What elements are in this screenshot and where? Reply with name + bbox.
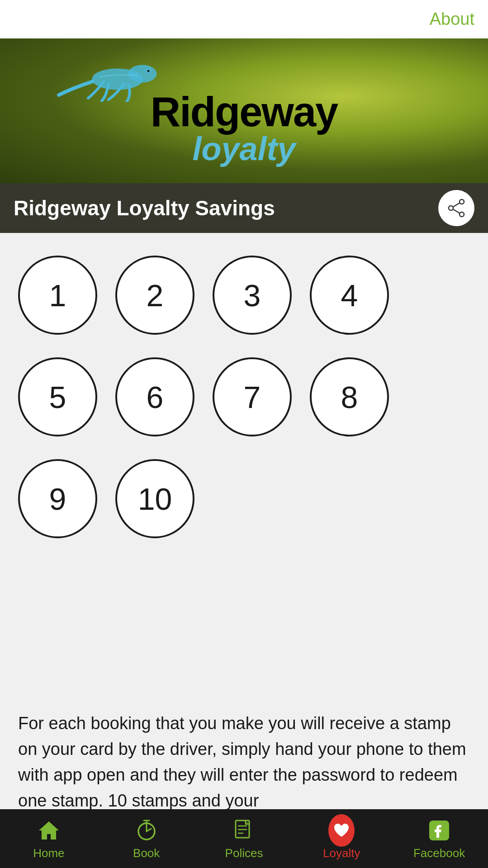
stamp-10[interactable]: 10 [115,459,194,538]
svg-point-3 [460,199,464,204]
nav-label-home: Home [33,846,64,860]
about-link[interactable]: About [430,9,474,29]
nav-label-book: Book [133,846,160,860]
stamp-row-1: 1 2 3 4 [18,256,470,335]
share-button[interactable] [438,190,474,226]
svg-marker-8 [39,821,59,840]
polices-icon [231,817,257,844]
logo-block: Ridgeway loyalty [151,91,337,165]
page-title: Ridgeway Loyalty Savings [14,196,275,220]
top-bar: About [0,0,488,38]
nav-label-loyalty: Loyalty [323,846,360,860]
nav-label-polices: Polices [225,846,263,860]
nav-item-book[interactable]: Book [98,817,195,860]
bottom-nav: Home Book [0,809,488,868]
stamp-7[interactable]: 7 [213,357,292,436]
svg-point-2 [147,69,150,73]
stamp-2[interactable]: 2 [115,256,194,335]
title-bar: Ridgeway Loyalty Savings [0,183,488,233]
svg-line-6 [453,203,460,207]
stamp-8[interactable]: 8 [310,357,389,436]
description-text: For each booking that you make you will … [18,711,470,814]
svg-point-5 [449,206,453,210]
stamp-row-2: 5 6 7 8 [18,357,470,436]
book-icon [133,817,160,844]
stamp-4[interactable]: 4 [310,256,389,335]
stamp-9[interactable]: 9 [18,459,97,538]
nav-item-polices[interactable]: Polices [195,817,293,860]
stamp-row-3: 9 10 [18,459,470,538]
stamp-1[interactable]: 1 [18,256,97,335]
nav-item-facebook[interactable]: Facebook [390,817,488,860]
stamp-5[interactable]: 5 [18,357,97,436]
svg-point-1 [129,66,156,82]
share-icon [446,198,466,218]
nav-item-home[interactable]: Home [0,817,98,860]
stamp-3[interactable]: 3 [213,256,292,335]
nav-item-loyalty[interactable]: Loyalty [293,817,390,860]
logo-ridgeway: Ridgeway [151,91,337,133]
home-icon [36,817,62,844]
stamps-section: 1 2 3 4 5 6 7 8 9 10 [0,233,488,702]
stamp-6[interactable]: 6 [115,357,194,436]
nav-label-facebook: Facebook [413,846,465,860]
loyalty-icon [328,817,355,844]
svg-line-7 [453,209,460,213]
facebook-icon [426,817,452,844]
logo-loyalty-tagline: loyalty [151,133,337,165]
svg-point-4 [460,212,464,217]
hero-banner: Ridgeway loyalty [0,38,488,183]
